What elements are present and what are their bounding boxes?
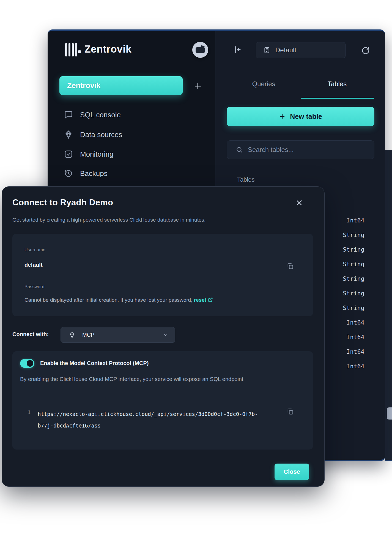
sidebar-item-monitoring[interactable]: Monitoring bbox=[64, 146, 196, 162]
mcp-endpoint-url: https://nexaclo-api.clickhouse.cloud/_ap… bbox=[38, 409, 280, 432]
monitoring-icon bbox=[64, 150, 73, 159]
copy-icon bbox=[286, 408, 294, 415]
copy-url-button[interactable] bbox=[286, 408, 294, 415]
tab-queries[interactable]: Queries bbox=[227, 76, 300, 92]
column-type: String bbox=[343, 261, 364, 268]
user-avatar[interactable] bbox=[192, 42, 208, 58]
column-type: Int64 bbox=[346, 319, 364, 326]
column-type: Int64 bbox=[346, 217, 364, 224]
column-type: Int64 bbox=[346, 349, 364, 355]
column-type: Int64 bbox=[346, 363, 364, 370]
selected-project-label: Zentrovik bbox=[67, 81, 101, 90]
plus-icon bbox=[279, 113, 286, 120]
mcp-icon bbox=[68, 331, 76, 339]
edge-handle[interactable] bbox=[387, 407, 392, 420]
connect-with-selector[interactable]: MCP bbox=[61, 327, 175, 343]
new-table-button[interactable]: New table bbox=[227, 107, 374, 126]
close-button-label: Close bbox=[284, 468, 300, 475]
page: Zentrovik Zentrovik SQL console Data sou… bbox=[0, 0, 392, 539]
brand-name: Zentrovik bbox=[84, 43, 131, 55]
column-type: String bbox=[343, 232, 364, 238]
mcp-toggle[interactable] bbox=[20, 359, 34, 368]
code-line-2: b77j-dbcdAcfte16/ass bbox=[38, 420, 280, 432]
connect-modal: Connect to Ryadh Demo Get started by cre… bbox=[2, 186, 325, 487]
username-value: default bbox=[24, 262, 43, 268]
sidebar-item-label: Backups bbox=[80, 169, 108, 178]
brand-logo-icon bbox=[65, 43, 80, 57]
backups-icon bbox=[64, 169, 73, 178]
credentials-card: Username default Password Cannot be disp… bbox=[12, 234, 313, 316]
chevron-down-icon bbox=[163, 332, 168, 338]
mcp-card: Enable the Model Context Protocol (MCP) … bbox=[12, 351, 313, 450]
copy-icon bbox=[286, 262, 294, 270]
tab-tables[interactable]: Tables bbox=[300, 76, 374, 92]
reset-password-link[interactable]: reset bbox=[194, 297, 206, 303]
password-note: Cannot be displayed after initial creati… bbox=[24, 297, 302, 303]
sidebar-item-label: SQL console bbox=[80, 111, 121, 119]
sidebar-item-selected-project[interactable]: Zentrovik bbox=[59, 76, 183, 95]
search-tables-box bbox=[227, 140, 374, 159]
sidebar-item-label: Data sources bbox=[80, 130, 122, 139]
tab-label: Tables bbox=[328, 80, 347, 88]
refresh-button[interactable] bbox=[361, 46, 370, 55]
modal-close-button[interactable] bbox=[295, 199, 305, 209]
modal-subtitle: Get started by creating a high-powered s… bbox=[12, 217, 304, 223]
sidebar-item-label: Monitoring bbox=[80, 150, 113, 159]
search-tables-input[interactable] bbox=[248, 146, 358, 154]
mcp-toggle-label: Enable the Model Context Protocol (MCP) bbox=[40, 360, 149, 366]
connect-with-value: MCP bbox=[82, 332, 94, 338]
column-type: Int64 bbox=[346, 334, 364, 341]
code-line-number: 1 bbox=[28, 410, 31, 415]
external-link-icon bbox=[208, 297, 213, 302]
database-icon bbox=[263, 47, 270, 54]
close-modal-button[interactable]: Close bbox=[275, 464, 309, 480]
toggle-knob bbox=[27, 360, 33, 367]
mcp-description: By enabling the ClickHouse Cloud MCP int… bbox=[20, 375, 251, 383]
collapse-sidebar-button[interactable] bbox=[232, 45, 242, 55]
tab-label: Queries bbox=[252, 80, 275, 88]
database-selector[interactable]: Default bbox=[256, 42, 346, 58]
tables-section-label: Tables bbox=[237, 176, 255, 183]
modal-title: Connect to Ryadh Demo bbox=[12, 198, 113, 208]
search-icon bbox=[236, 146, 243, 153]
connect-with-label: Connect with: bbox=[12, 331, 49, 337]
database-selector-value: Default bbox=[275, 46, 296, 54]
column-type: String bbox=[343, 305, 364, 311]
column-type: String bbox=[343, 246, 364, 253]
close-icon bbox=[295, 199, 303, 207]
refresh-icon bbox=[361, 46, 370, 55]
password-label: Password bbox=[24, 284, 45, 289]
collapse-panel-icon bbox=[232, 45, 242, 55]
data-sources-icon bbox=[64, 130, 73, 139]
console-icon bbox=[64, 110, 73, 119]
copy-username-button[interactable] bbox=[286, 262, 294, 270]
add-project-button[interactable] bbox=[192, 81, 203, 92]
code-line-1: https://nexaclo-api.clickhouse.cloud/_ap… bbox=[38, 409, 280, 420]
username-label: Username bbox=[24, 247, 45, 252]
active-tab-indicator bbox=[301, 98, 374, 99]
column-type: String bbox=[343, 290, 364, 297]
sidebar-item-data-sources[interactable]: Data sources bbox=[64, 127, 196, 142]
plus-icon bbox=[194, 82, 202, 90]
sidebar-item-sql-console[interactable]: SQL console bbox=[64, 107, 196, 122]
sidebar-item-backups[interactable]: Backups bbox=[64, 166, 196, 181]
new-table-label: New table bbox=[290, 113, 322, 121]
column-type: String bbox=[343, 276, 364, 282]
password-note-text: Cannot be displayed after initial creati… bbox=[24, 297, 192, 303]
